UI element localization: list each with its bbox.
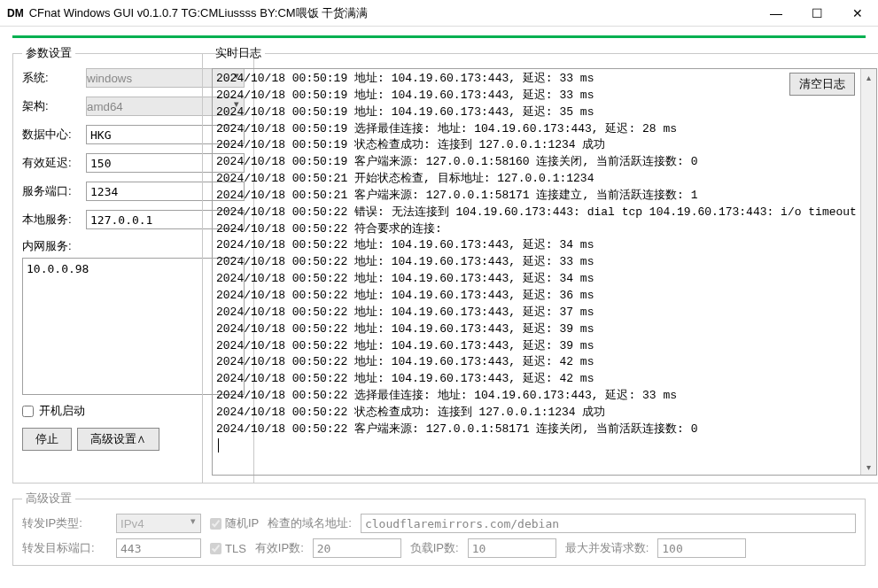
load-ip-input[interactable]	[468, 538, 556, 558]
ip-type-select[interactable]: IPv4	[116, 514, 201, 533]
log-scrollbar[interactable]: ▴ ▾	[860, 69, 876, 475]
target-port-label: 转发目标端口:	[22, 540, 107, 556]
scroll-down-icon[interactable]: ▾	[861, 459, 876, 475]
autostart-checkbox[interactable]	[22, 406, 34, 417]
adv-toggle-button[interactable]: 高级设置∧	[77, 428, 159, 451]
valid-ip-input[interactable]	[313, 538, 401, 558]
minimize-button[interactable]: —	[756, 0, 796, 27]
max-concurrent-label: 最大并发请求数:	[565, 540, 649, 556]
arch-label: 架构:	[22, 98, 86, 114]
random-ip-label: 随机IP	[225, 515, 259, 531]
adv-panel: 高级设置 转发IP类型: IPv4 随机IP 检查的域名地址: 转发目标端口:	[12, 491, 866, 566]
intranet-label: 内网服务:	[22, 238, 86, 254]
app-icon: DM	[7, 7, 24, 19]
tls-label: TLS	[225, 542, 246, 555]
clear-log-button[interactable]: 清空日志	[789, 73, 855, 96]
tls-checkbox[interactable]	[210, 543, 221, 554]
target-port-input[interactable]	[116, 538, 201, 558]
close-button[interactable]: ✕	[837, 0, 878, 27]
stop-button[interactable]: 停止	[22, 428, 72, 451]
domain-label: 检查的域名地址:	[268, 515, 352, 531]
system-label: 系统:	[22, 70, 86, 86]
domain-input[interactable]	[361, 514, 856, 533]
accent-bar	[12, 35, 866, 38]
scroll-up-icon[interactable]: ▴	[861, 69, 876, 85]
autostart-label: 开机启动	[39, 403, 85, 419]
window-title: CFnat Windows GUI v0.1.0.7 TG:CMLiussss …	[29, 5, 756, 21]
valid-ip-label: 有效IP数:	[255, 540, 304, 556]
maximize-button[interactable]: ☐	[796, 0, 837, 27]
window-controls: — ☐ ✕	[756, 0, 878, 27]
params-legend: 参数设置	[22, 45, 75, 61]
log-textarea[interactable]: 2024/10/18 00:50:19 地址: 104.19.60.173:44…	[213, 69, 860, 475]
max-concurrent-input[interactable]	[657, 538, 746, 558]
port-label: 服务端口:	[22, 183, 86, 199]
random-ip-checkbox[interactable]	[210, 518, 221, 530]
load-ip-label: 负载IP数:	[410, 540, 459, 556]
titlebar: DM CFnat Windows GUI v0.1.0.7 TG:CMLiuss…	[0, 0, 878, 27]
datacenter-label: 数据中心:	[22, 127, 86, 143]
local-label: 本地服务:	[22, 212, 86, 228]
log-panel: 实时日志 2024/10/18 00:50:19 地址: 104.19.60.1…	[202, 45, 878, 484]
log-legend: 实时日志	[212, 45, 265, 61]
ip-type-label: 转发IP类型:	[22, 515, 107, 531]
latency-label: 有效延迟:	[22, 155, 86, 171]
adv-legend: 高级设置	[22, 491, 75, 507]
